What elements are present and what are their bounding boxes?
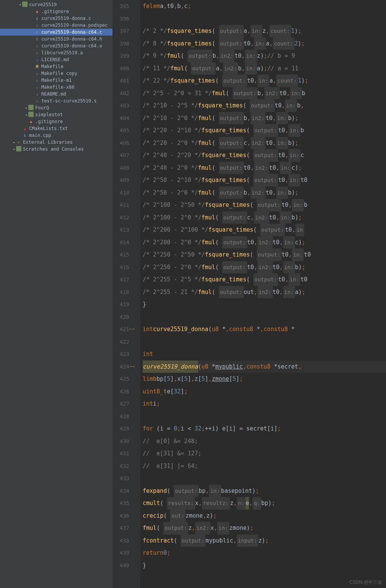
code-line[interactable]: /* 2^40 - 2^0 */ fmul( output: t0, in2: … bbox=[143, 162, 386, 174]
file-icon: c bbox=[22, 133, 29, 138]
code-line[interactable]: fexpand( output: bp, in: basepoint); bbox=[143, 485, 386, 497]
tree-item-label: curve25519-donna.c bbox=[41, 16, 91, 21]
tree-item[interactable]: ▸▸External Libraries bbox=[0, 139, 112, 146]
code-line[interactable]: crecip( out: zmone, z); bbox=[143, 510, 386, 522]
tree-item[interactable]: ◆.gitignore bbox=[0, 8, 112, 15]
line-number: 415 bbox=[113, 249, 129, 261]
code-line[interactable]: felem a,t0,b,c; bbox=[143, 0, 386, 13]
tree-item-label: Makefile-m1 bbox=[41, 78, 72, 83]
tree-item-label: .gitignore bbox=[35, 119, 63, 124]
line-number: 439 bbox=[113, 547, 129, 559]
line-number: 421←→ bbox=[113, 323, 129, 336]
tree-item[interactable]: ▸libcurve25519.a bbox=[0, 49, 112, 56]
code-line[interactable]: /* 2^50 - 2^10 */ fsquare_times( output:… bbox=[143, 174, 386, 187]
tree-item[interactable]: ▫Makefile-x86 bbox=[0, 84, 112, 91]
code-line[interactable]: int i; bbox=[143, 398, 386, 410]
code-line[interactable]: /* 2^255 - 21 */ fmul( output: out, in2:… bbox=[143, 286, 386, 299]
code-line[interactable]: /* 2^50 - 2^0 */ fmul( output: b, in2: t… bbox=[143, 187, 386, 199]
tree-arrow-icon[interactable]: ▸ bbox=[12, 140, 16, 144]
tree-item[interactable]: ◆.gitignore bbox=[0, 118, 112, 125]
code-line[interactable]: fmul( output: z, in2: x, in: zmone); bbox=[143, 522, 386, 534]
project-tree[interactable]: ▾curve25519◆.gitignoreccurve25519-donna.… bbox=[0, 0, 113, 588]
code-line[interactable]: // e[31] |= 64; bbox=[143, 460, 386, 473]
code-line[interactable]: int bbox=[143, 348, 386, 361]
code-line[interactable]: /* 2^20 - 2^10 */ fsquare_times( output:… bbox=[143, 124, 386, 137]
line-number: 417 bbox=[113, 273, 129, 286]
code-line[interactable] bbox=[143, 410, 386, 423]
tree-item[interactable]: ▸FourQ bbox=[0, 104, 112, 111]
code-line[interactable] bbox=[143, 336, 386, 348]
code-line[interactable]: fcontract( output: mypublic, input: z); bbox=[143, 534, 386, 547]
line-number: 411 bbox=[113, 199, 129, 211]
tree-item[interactable]: ▸simplestot bbox=[0, 111, 112, 118]
code-line[interactable]: /* 2^20 - 2^0 */ fmul( output: c, in2: t… bbox=[143, 137, 386, 149]
tree-arrow-icon[interactable]: ▾ bbox=[18, 3, 22, 6]
code-line[interactable]: /* 2^250 - 2^50 */ fsquare_times( output… bbox=[143, 249, 386, 261]
tree-arrow-icon[interactable]: ▸ bbox=[24, 106, 28, 110]
code-line[interactable]: /* 2^10 - 2^5 */ fsquare_times( output: … bbox=[143, 99, 386, 112]
code-area[interactable]: felem a,t0,b,c; /* 2 */ fsquare_times( o… bbox=[140, 0, 386, 588]
file-icon: ▫ bbox=[34, 78, 41, 83]
tree-item[interactable]: ▫test-sc-curve25519.s bbox=[0, 97, 112, 104]
file-icon: ▲ bbox=[22, 126, 29, 132]
code-line[interactable]: for (i = 0;i < 32;++i) e[i] = secret[i]; bbox=[143, 422, 386, 435]
code-line[interactable]: /* 2^250 - 2^0 */ fmul( output: t0, in2:… bbox=[143, 261, 386, 274]
code-line[interactable]: /* 11 */ fmul( output: a, in2: b, in: a)… bbox=[143, 62, 386, 75]
tree-item[interactable]: ↓README.md bbox=[0, 91, 112, 97]
code-line[interactable]: /* 2^5 - 2^0 = 31 */ fmul( output: b, in… bbox=[143, 87, 386, 100]
tree-item-label: curve25519 bbox=[29, 2, 57, 7]
code-line[interactable]: curve25519_donna(u8 *mypublic, const u8 … bbox=[143, 361, 386, 373]
code-line[interactable]: int curve25519_donna(u8 *, const u8 *, c… bbox=[143, 323, 386, 336]
code-line[interactable]: /* 2 */ fsquare_times( output: a, in: z,… bbox=[143, 25, 386, 37]
tree-item[interactable]: ▫curve25519-donna-c64.o bbox=[0, 42, 112, 49]
tree-arrow-icon[interactable]: ▸ bbox=[24, 113, 28, 117]
file-icon bbox=[16, 146, 23, 153]
line-number: 400 bbox=[113, 62, 129, 75]
line-number: 402 bbox=[113, 87, 129, 100]
line-number: 426 bbox=[113, 385, 129, 398]
code-line[interactable]: /* 2^200 - 2^0 */ fmul( output: t0, in2:… bbox=[143, 236, 386, 249]
tree-item[interactable]: ▫curve25519-donna.podspec bbox=[0, 22, 112, 29]
code-line[interactable]: } bbox=[143, 298, 386, 311]
tree-item[interactable]: ↓LICENSE.md bbox=[0, 56, 112, 63]
tree-item[interactable]: ▫Makefile copy bbox=[0, 70, 112, 77]
code-line[interactable]: /* 8 */ fsquare_times( output: t0, in: a… bbox=[143, 37, 386, 50]
code-line[interactable]: /* 9 */ fmul( output: b, in2: t0, in: z)… bbox=[143, 50, 386, 62]
code-line[interactable]: limb bp[5], x[5], z[5], zmone[5]; bbox=[143, 373, 386, 385]
tree-item[interactable]: ▸Scratches and Consoles bbox=[0, 146, 112, 153]
line-number: 414 bbox=[113, 236, 129, 249]
code-line[interactable]: /* 2^100 - 2^50 */ fsquare_times( output… bbox=[143, 199, 386, 211]
code-line[interactable] bbox=[143, 311, 386, 323]
code-line[interactable]: /* 22 */ fsquare_times( output: t0, in: … bbox=[143, 75, 386, 87]
tree-item[interactable]: cmain.cpp bbox=[0, 132, 112, 139]
code-editor[interactable]: 3953963973983994004014024034044054064074… bbox=[113, 0, 386, 588]
code-line[interactable]: /* 2^40 - 2^20 */ fsquare_times( output:… bbox=[143, 149, 386, 162]
line-number: 405 bbox=[113, 124, 129, 137]
line-number: 420 bbox=[113, 311, 129, 323]
tree-item[interactable]: ▾curve25519 bbox=[0, 1, 112, 8]
code-line[interactable]: /* 2^100 - 2^0 */ fmul( output: c, in2: … bbox=[143, 211, 386, 224]
line-number: 433 bbox=[113, 472, 129, 485]
code-line[interactable]: cmult( resultx: x, resultz: z, n: e, q: … bbox=[143, 497, 386, 510]
line-number: 432 bbox=[113, 460, 129, 473]
tree-item[interactable]: ccurve25519-donna.c bbox=[0, 15, 112, 22]
code-line[interactable]: return 0; bbox=[143, 547, 386, 559]
code-line[interactable]: /* 2^255 - 2^5 */ fsquare_times( output:… bbox=[143, 273, 386, 286]
code-line[interactable]: uint8_t e[32]; bbox=[143, 385, 386, 398]
tree-arrow-icon[interactable]: ▸ bbox=[12, 147, 16, 151]
code-line[interactable] bbox=[143, 472, 386, 485]
tree-item[interactable]: ▫Makefile-m1 bbox=[0, 77, 112, 84]
code-line[interactable]: /* 2^10 - 2^0 */ fmul( output: b, in2: t… bbox=[143, 112, 386, 125]
line-number: 413 bbox=[113, 224, 129, 236]
tree-item[interactable]: ▲CMakeLists.txt bbox=[0, 125, 112, 132]
code-line[interactable]: /* 2^200 - 2^100 */ fsquare_times( outpu… bbox=[143, 224, 386, 236]
code-line[interactable]: // e[0] &= 248; bbox=[143, 435, 386, 448]
line-number: 427 bbox=[113, 398, 129, 410]
code-line[interactable]: } bbox=[143, 559, 386, 572]
code-line[interactable] bbox=[143, 13, 386, 25]
tree-item[interactable]: hcurve25519-donna-c64.h bbox=[0, 36, 112, 42]
line-number: 404 bbox=[113, 112, 129, 125]
tree-item[interactable]: ccurve25519-donna-c64.c bbox=[0, 29, 112, 36]
code-line[interactable]: // e[31] &= 127; bbox=[143, 447, 386, 460]
tree-item[interactable]: MMakefile bbox=[0, 63, 112, 70]
